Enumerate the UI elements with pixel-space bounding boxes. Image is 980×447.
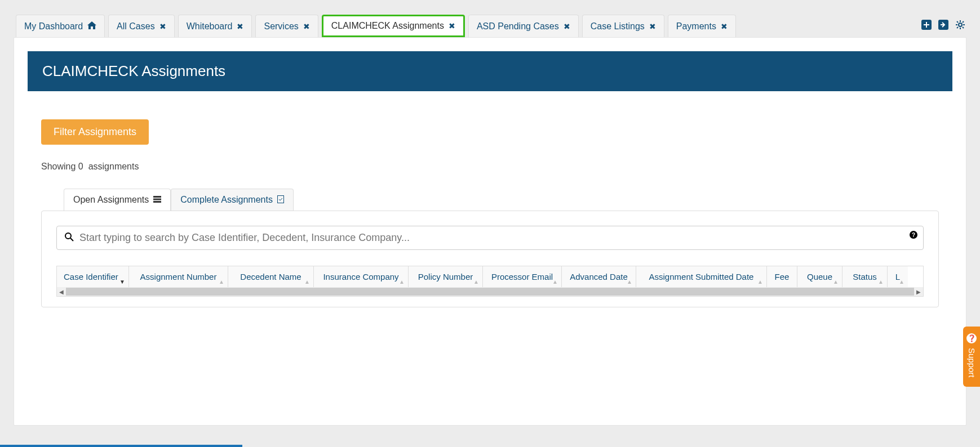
col-queue[interactable]: Queue▲ (797, 266, 842, 287)
page-container: CLAIMCHECK Assignments Filter Assignment… (14, 37, 966, 426)
share-icon[interactable] (938, 20, 948, 33)
search-wrap: ? (56, 226, 924, 250)
showing-suffix: assignments (88, 162, 139, 171)
tab-label: Payments (676, 21, 716, 32)
scroll-track[interactable] (66, 288, 914, 296)
col-decedent-name[interactable]: Decedent Name▲ (228, 266, 314, 287)
close-icon[interactable]: ✖ (303, 22, 310, 31)
assignments-grid: Case Identifier▼ Assignment Number▲ Dece… (56, 266, 924, 297)
col-fee[interactable]: Fee (767, 266, 797, 287)
showing-text: Showing 0 assignments (41, 162, 952, 172)
col-l[interactable]: L▲ (888, 266, 908, 287)
subtab-label: Complete Assignments (180, 195, 273, 205)
sort-icon: ▲ (399, 279, 405, 285)
home-icon (87, 21, 96, 31)
tab-all-cases[interactable]: All Cases ✖ (108, 15, 175, 37)
tab-claimcheck-assignments[interactable]: CLAIMCHECK Assignments ✖ (322, 15, 465, 37)
svg-text:?: ? (912, 232, 915, 238)
sort-icon: ▲ (219, 279, 224, 285)
list-icon (153, 195, 161, 204)
subtabs: Open Assignments Complete Assignments (64, 189, 952, 211)
tabs-container: My Dashboard All Cases ✖ Whiteboard ✖ Se… (16, 15, 921, 37)
col-case-identifier[interactable]: Case Identifier▼ (57, 266, 129, 287)
tab-whiteboard[interactable]: Whiteboard ✖ (178, 15, 252, 37)
grid-header-row: Case Identifier▼ Assignment Number▲ Dece… (57, 266, 923, 287)
close-icon[interactable]: ✖ (649, 22, 656, 31)
horizontal-scrollbar[interactable]: ◀ ▶ (57, 287, 923, 296)
svg-point-7 (65, 233, 71, 239)
sort-icon: ▲ (627, 279, 632, 285)
subtab-complete-assignments[interactable]: Complete Assignments (171, 189, 294, 211)
svg-point-2 (959, 23, 962, 26)
tab-asd-pending-cases[interactable]: ASD Pending Cases ✖ (468, 15, 579, 37)
page-title: CLAIMCHECK Assignments (28, 51, 952, 91)
tab-label: Case Listings (591, 21, 645, 32)
tab-label: Whiteboard (187, 21, 233, 32)
help-icon[interactable]: ? (910, 231, 917, 240)
sort-icon: ▲ (899, 279, 904, 285)
tab-label: Services (264, 21, 298, 32)
sort-icon: ▲ (757, 279, 763, 285)
col-advanced-date[interactable]: Advanced Date▲ (562, 266, 636, 287)
toolbar-icons (921, 20, 965, 33)
close-icon[interactable]: ✖ (237, 22, 243, 31)
close-icon[interactable]: ✖ (449, 21, 455, 30)
add-icon[interactable] (921, 20, 932, 33)
sort-icon: ▲ (878, 279, 884, 285)
tab-payments[interactable]: Payments ✖ (668, 15, 736, 37)
sort-desc-icon: ▼ (119, 279, 125, 285)
tab-label: ASD Pending Cases (477, 21, 559, 32)
support-button[interactable]: ❓ Support (963, 327, 980, 387)
showing-prefix: Showing (41, 162, 76, 171)
scroll-left-icon[interactable]: ◀ (57, 289, 66, 295)
showing-count: 0 (78, 162, 83, 171)
loading-bar (0, 445, 242, 447)
tab-case-listings[interactable]: Case Listings ✖ (582, 15, 664, 37)
search-input[interactable] (79, 232, 915, 244)
tab-bar: My Dashboard All Cases ✖ Whiteboard ✖ Se… (0, 0, 980, 37)
tab-label: All Cases (117, 21, 155, 32)
support-label: Support (967, 348, 977, 378)
close-icon[interactable]: ✖ (564, 22, 570, 31)
sort-icon: ▲ (473, 279, 479, 285)
subtab-open-assignments[interactable]: Open Assignments (64, 189, 171, 211)
tab-services[interactable]: Services ✖ (255, 15, 318, 37)
tab-label: My Dashboard (24, 21, 83, 32)
col-insurance-company[interactable]: Insurance Company▲ (314, 266, 409, 287)
svg-line-8 (70, 238, 73, 241)
search-icon (65, 233, 74, 244)
col-status[interactable]: Status▲ (842, 266, 888, 287)
page-content: Filter Assignments Showing 0 assignments… (14, 91, 966, 307)
svg-rect-6 (277, 195, 283, 203)
close-icon[interactable]: ✖ (721, 22, 728, 31)
subtab-label: Open Assignments (73, 195, 149, 205)
col-assignment-number[interactable]: Assignment Number▲ (129, 266, 228, 287)
filter-assignments-button[interactable]: Filter Assignments (41, 119, 149, 145)
close-icon[interactable]: ✖ (159, 22, 166, 31)
scroll-right-icon[interactable]: ▶ (914, 289, 923, 295)
sort-icon: ▲ (552, 279, 558, 285)
svg-rect-3 (153, 196, 161, 198)
sort-icon: ▲ (304, 279, 310, 285)
col-processor-email[interactable]: Processor Email▲ (483, 266, 562, 287)
gear-icon[interactable] (955, 20, 965, 33)
tab-label: CLAIMCHECK Assignments (331, 21, 444, 31)
sort-icon: ▲ (833, 279, 839, 285)
col-assignment-submitted-date[interactable]: Assignment Submitted Date▲ (636, 266, 767, 287)
svg-rect-5 (153, 201, 161, 203)
col-policy-number[interactable]: Policy Number▲ (409, 266, 483, 287)
document-icon (277, 195, 284, 205)
svg-rect-4 (153, 199, 161, 200)
support-bubble-icon: ❓ (966, 333, 977, 343)
tab-my-dashboard[interactable]: My Dashboard (16, 15, 105, 37)
assignments-panel: ? Case Identifier▼ Assignment Number▲ De… (41, 211, 939, 307)
